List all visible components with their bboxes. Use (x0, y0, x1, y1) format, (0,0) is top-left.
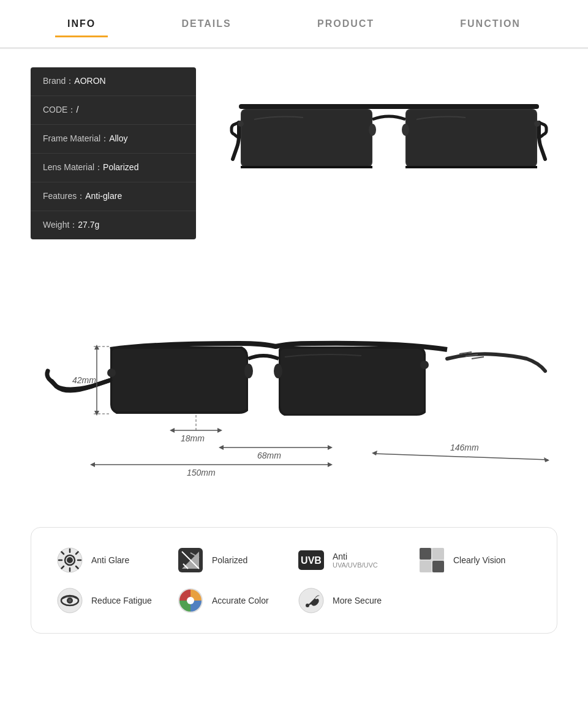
svg-marker-30 (328, 462, 333, 467)
specs-table: Brand：AORON CODE：/ Frame Material：Alloy … (31, 67, 196, 239)
uv-text-group: Anti UVA/UVB/UVC (333, 552, 378, 569)
sun-gear-icon (56, 546, 84, 574)
spec-features: Features：Anti-glare (31, 182, 196, 211)
svg-line-32 (374, 454, 548, 460)
polarized-icon (176, 546, 205, 574)
vision-label: Clearly Vision (453, 555, 505, 565)
secure-label: More Secure (333, 596, 382, 605)
anti-glare-label: Anti Glare (91, 555, 129, 565)
spec-brand: Brand：AORON (31, 67, 196, 96)
nav-details[interactable]: DETAILS (170, 12, 244, 36)
svg-point-62 (187, 597, 194, 604)
svg-point-5 (369, 124, 376, 136)
polarized-label: Polarized (212, 555, 247, 565)
glasses-top-svg (230, 80, 548, 214)
feature-uv: UVB Anti UVA/UVB/UVC (297, 546, 412, 574)
svg-marker-14 (94, 345, 99, 350)
svg-text:UVB: UVB (301, 555, 322, 566)
svg-text:42mm: 42mm (72, 375, 96, 385)
spec-weight: Weight：27.7g (31, 211, 196, 239)
svg-point-11 (107, 369, 116, 377)
svg-point-6 (402, 124, 409, 136)
info-section: Brand：AORON CODE：/ Frame Material：Alloy … (0, 49, 588, 258)
svg-text:18mm: 18mm (181, 433, 205, 443)
color-icon (176, 586, 205, 615)
svg-point-46 (67, 557, 73, 563)
svg-point-10 (274, 364, 282, 378)
svg-text:68mm: 68mm (257, 451, 281, 460)
secure-icon (297, 586, 325, 615)
svg-point-9 (244, 364, 253, 378)
nav-function[interactable]: FUNCTION (448, 12, 533, 36)
spec-frame: Frame Material：Alloy (31, 125, 196, 154)
glasses-large-container: 42mm 18mm 68mm 150mm 146mm (31, 264, 557, 496)
dimension-section: 42mm 18mm 68mm 150mm 146mm (0, 258, 588, 515)
navigation: INFO DETAILS PRODUCT FUNCTION (0, 0, 588, 49)
features-section: Anti Glare Polarized UVB Anti UVA/UVB/UV (31, 527, 557, 634)
svg-rect-53 (420, 548, 431, 560)
nav-product[interactable]: PRODUCT (305, 12, 386, 36)
svg-point-60 (69, 599, 72, 602)
uv-sublabel: UVA/UVB/UVC (333, 561, 378, 569)
svg-point-7 (238, 121, 244, 127)
svg-marker-29 (90, 462, 95, 467)
spec-code: CODE：/ (31, 96, 196, 125)
svg-rect-56 (432, 561, 444, 572)
svg-marker-21 (217, 428, 222, 433)
nav-info[interactable]: INFO (55, 12, 108, 37)
feature-polarized: Polarized (176, 546, 291, 574)
svg-point-64 (306, 604, 309, 607)
vision-icon (418, 546, 446, 574)
svg-marker-26 (328, 445, 333, 450)
spec-lens: Lens Material：Polarized (31, 154, 196, 182)
uvb-icon: UVB (297, 546, 325, 574)
svg-marker-25 (219, 445, 224, 450)
product-image-top (221, 67, 557, 227)
svg-point-63 (299, 588, 323, 613)
svg-rect-0 (239, 104, 539, 109)
svg-marker-15 (94, 411, 99, 416)
svg-point-12 (420, 361, 429, 369)
svg-marker-20 (170, 428, 175, 433)
feature-color: Accurate Color (176, 586, 291, 615)
color-label: Accurate Color (212, 596, 269, 605)
svg-marker-34 (544, 457, 549, 462)
glasses-dimension-svg: 42mm 18mm 68mm 150mm 146mm (31, 264, 557, 496)
feature-secure: More Secure (297, 586, 412, 615)
feature-anti-glare: Anti Glare (56, 546, 170, 574)
feature-fatigue: Reduce Fatigue (56, 586, 170, 615)
uv-label: Anti (333, 552, 378, 561)
fatigue-label: Reduce Fatigue (91, 596, 152, 605)
svg-text:146mm: 146mm (450, 443, 479, 452)
fatigue-icon (56, 586, 84, 615)
svg-marker-33 (372, 451, 377, 455)
feature-vision: Clearly Vision (418, 546, 532, 574)
svg-rect-54 (432, 548, 444, 560)
svg-text:150mm: 150mm (187, 468, 216, 477)
svg-rect-55 (420, 561, 431, 572)
svg-point-8 (534, 121, 540, 127)
